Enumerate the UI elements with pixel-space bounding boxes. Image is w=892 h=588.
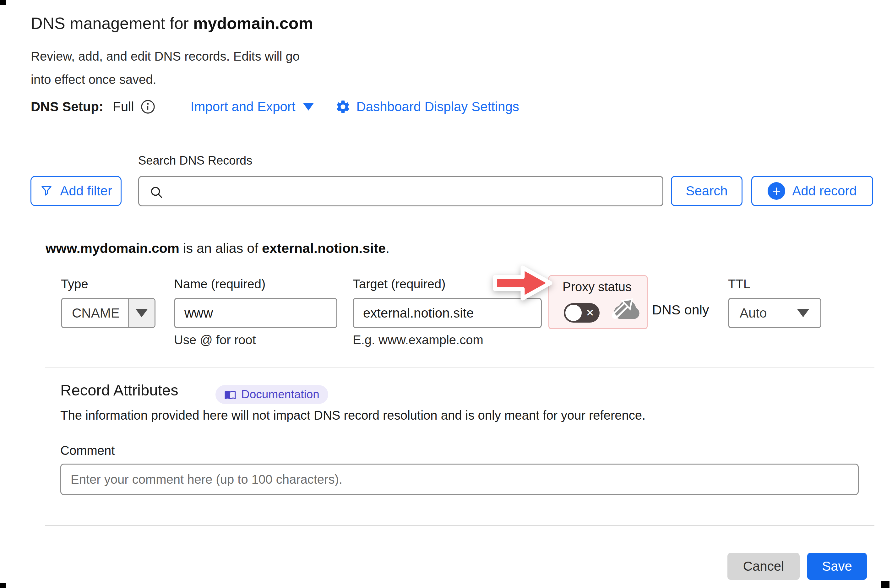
toggle-off-x-icon: ✕ — [586, 307, 594, 319]
type-select-value: CNAME — [62, 299, 128, 327]
add-filter-button[interactable]: Add filter — [30, 176, 121, 206]
type-select-arrow[interactable] — [128, 299, 154, 327]
screen-artifact-bottom-right — [882, 581, 889, 588]
dns-setup-value: Full — [113, 99, 134, 114]
documentation-badge[interactable]: Documentation — [216, 385, 328, 404]
alias-sentence: www.mydomain.com is an alias of external… — [45, 241, 390, 256]
gear-icon — [335, 99, 351, 115]
section-divider — [45, 367, 874, 368]
record-attributes-heading: Record Attributes — [60, 381, 178, 399]
book-icon — [224, 388, 236, 400]
search-input-container — [138, 176, 663, 206]
plus-circle-icon: + — [768, 182, 785, 200]
ttl-select[interactable]: Auto — [728, 298, 822, 328]
type-label: Type — [61, 277, 88, 291]
chevron-down-icon — [797, 309, 809, 317]
type-select[interactable]: CNAME — [61, 298, 156, 328]
save-button[interactable]: Save — [807, 553, 867, 580]
name-label: Name (required) — [174, 277, 265, 291]
dns-setup-row: DNS Setup: Full Import and Export Dashbo… — [31, 97, 519, 117]
documentation-label: Documentation — [241, 388, 319, 401]
toggle-knob — [565, 304, 582, 321]
screen-artifact-bottom-left — [0, 583, 6, 588]
import-export-link[interactable]: Import and Export — [190, 99, 314, 114]
alias-target: external.notion.site — [262, 241, 386, 256]
proxy-status-box: Proxy status ✕ — [549, 275, 648, 329]
alias-host: www.mydomain.com — [45, 241, 179, 256]
search-input[interactable] — [171, 178, 654, 205]
filter-icon — [40, 184, 53, 198]
alias-period: . — [386, 241, 390, 256]
dashboard-display-settings-link[interactable]: Dashboard Display Settings — [357, 99, 519, 114]
ttl-select-value: Auto — [740, 306, 797, 321]
subtitle-line-1: Review, add, and edit DNS records. Edits… — [31, 45, 300, 68]
dns-management-page: DNS management for mydomain.com Review, … — [0, 0, 892, 588]
subtitle-line-2: into effect once saved. — [31, 68, 300, 91]
search-dns-records-label: Search DNS Records — [138, 154, 252, 167]
add-filter-label: Add filter — [60, 183, 112, 198]
search-button[interactable]: Search — [671, 176, 742, 206]
page-title-prefix: DNS management for — [31, 14, 193, 32]
page-subtitle: Review, add, and edit DNS records. Edits… — [31, 45, 300, 91]
name-helper-text: Use @ for root — [174, 333, 256, 347]
red-annotation-arrow-icon — [490, 262, 555, 303]
footer-divider — [45, 525, 874, 526]
page-title: DNS management for mydomain.com — [31, 14, 313, 33]
record-attributes-description: The information provided here will not i… — [60, 408, 645, 423]
add-record-label: Add record — [792, 183, 856, 198]
comment-input[interactable] — [60, 464, 859, 495]
import-export-label: Import and Export — [190, 99, 295, 114]
proxy-status-value: DNS only — [652, 302, 709, 318]
dns-setup-label: DNS Setup: — [31, 99, 103, 114]
info-icon[interactable] — [140, 99, 156, 114]
target-label: Target (required) — [353, 277, 446, 291]
name-input[interactable] — [174, 298, 337, 328]
target-helper-text: E.g. www.example.com — [353, 333, 483, 347]
search-button-label: Search — [686, 183, 727, 198]
chevron-down-icon — [136, 309, 148, 317]
ttl-label: TTL — [728, 277, 750, 291]
screen-artifact-top-left — [0, 0, 6, 5]
cancel-button[interactable]: Cancel — [727, 553, 800, 580]
alias-middle: is an alias of — [179, 241, 262, 256]
proxy-status-label: Proxy status — [562, 280, 632, 294]
add-record-button[interactable]: + Add record — [751, 176, 873, 206]
search-icon — [149, 185, 163, 200]
chevron-down-icon — [303, 103, 314, 111]
cloud-proxy-icon — [611, 294, 643, 323]
comment-label: Comment — [60, 444, 115, 458]
page-title-domain: mydomain.com — [193, 14, 313, 32]
proxy-toggle[interactable]: ✕ — [564, 303, 600, 322]
